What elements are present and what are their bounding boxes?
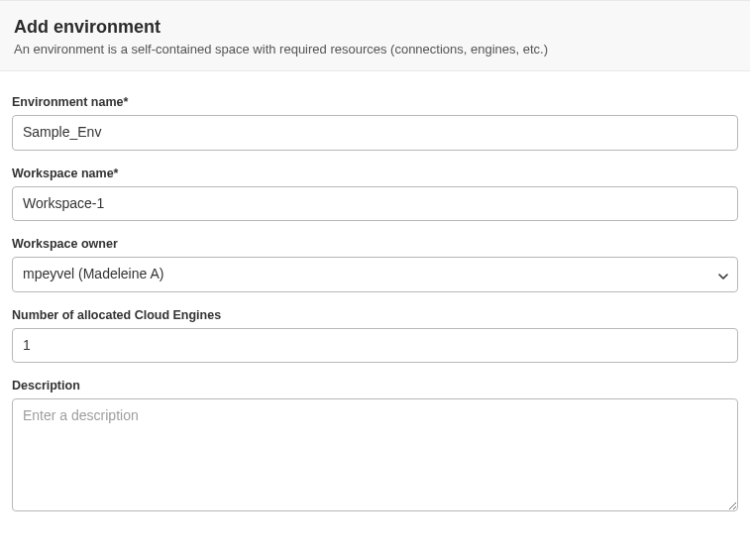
description-textarea[interactable]: [12, 398, 738, 511]
workspace-owner-label: Workspace owner: [12, 237, 738, 251]
page-header: Add environment An environment is a self…: [0, 0, 750, 71]
workspace-owner-select-wrap: mpeyvel (Madeleine A): [12, 257, 738, 292]
description-label: Description: [12, 379, 738, 392]
cloud-engines-group: Number of allocated Cloud Engines: [12, 308, 738, 364]
env-name-label: Environment name*: [12, 95, 738, 109]
form-area: Environment name* Workspace name* Worksp…: [0, 71, 750, 547]
cloud-engines-label: Number of allocated Cloud Engines: [12, 308, 738, 322]
workspace-owner-select[interactable]: mpeyvel (Madeleine A): [12, 257, 738, 292]
description-group: Description: [12, 379, 738, 515]
workspace-name-group: Workspace name*: [12, 167, 738, 222]
cloud-engines-input[interactable]: [12, 328, 738, 364]
footer: Save: [0, 547, 750, 560]
env-name-group: Environment name*: [12, 95, 738, 151]
workspace-name-label: Workspace name*: [12, 167, 738, 180]
page-description: An environment is a self-contained space…: [14, 42, 736, 56]
workspace-name-input[interactable]: [12, 186, 738, 222]
env-name-input[interactable]: [12, 115, 738, 151]
workspace-owner-group: Workspace owner mpeyvel (Madeleine A): [12, 237, 738, 292]
page-title: Add environment: [14, 17, 736, 38]
